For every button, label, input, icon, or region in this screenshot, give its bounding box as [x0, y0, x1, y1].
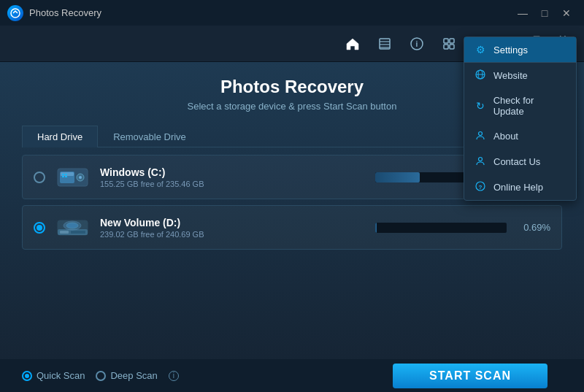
window-controls: — □ ✕: [512, 5, 577, 21]
svg-rect-8: [450, 39, 454, 43]
svg-text:i: i: [416, 40, 418, 48]
drive-progress-d: 0.69%: [375, 222, 550, 233]
about-label: About: [493, 131, 518, 142]
minimize-button[interactable]: —: [512, 5, 533, 21]
svg-point-33: [479, 132, 483, 136]
svg-rect-7: [444, 39, 448, 43]
list-nav-button[interactable]: [372, 31, 398, 57]
deep-scan-label[interactable]: Deep Scan: [96, 370, 157, 381]
dropdown-menu: ⚙ Settings Website ↻ Check for Update Ab…: [464, 36, 577, 201]
info-nav-button[interactable]: i: [404, 31, 430, 57]
drive-radio-d[interactable]: [34, 222, 45, 234]
svg-rect-10: [450, 45, 454, 49]
quick-scan-radio[interactable]: [22, 371, 32, 381]
app-logo: [7, 5, 23, 21]
home-nav-button[interactable]: [339, 31, 366, 57]
deep-scan-text: Deep Scan: [110, 370, 157, 381]
dropdown-website[interactable]: Website: [464, 63, 576, 88]
svg-point-18: [79, 176, 82, 179]
website-icon: [474, 69, 486, 82]
help-label: Online Help: [493, 182, 543, 193]
svg-rect-27: [71, 231, 85, 234]
svg-point-0: [11, 9, 20, 18]
bottom-bar: Quick Scan Deep Scan i START SCAN: [0, 359, 584, 392]
drive-space-d: 239.02 GB free of 240.69 GB: [100, 230, 375, 239]
tab-removable-drive[interactable]: Removable Drive: [98, 126, 201, 147]
drive-icon-d: [56, 215, 89, 240]
progress-bar-bg-d: [375, 223, 507, 233]
website-label: Website: [493, 70, 528, 81]
dropdown-about[interactable]: About: [464, 123, 576, 149]
svg-rect-21: [65, 174, 67, 175]
svg-rect-9: [444, 45, 448, 49]
app-title: Photos Recovery: [29, 7, 101, 18]
dropdown-help[interactable]: ? Online Help: [464, 174, 576, 200]
drive-info-d: New Volume (D:) 239.02 GB free of 240.69…: [100, 217, 375, 239]
svg-rect-22: [62, 176, 64, 177]
drive-space-c: 155.25 GB free of 235.46 GB: [100, 180, 375, 188]
progress-bar-fill-c: [375, 172, 420, 182]
quick-scan-text: Quick Scan: [36, 370, 85, 381]
close-button[interactable]: ✕: [556, 5, 577, 21]
maximize-button[interactable]: □: [534, 5, 555, 21]
svg-text:?: ?: [479, 184, 483, 191]
drive-percent-d: 0.69%: [514, 222, 550, 233]
svg-point-34: [479, 158, 483, 161]
update-icon: ↻: [474, 100, 486, 112]
dropdown-contact[interactable]: Contact Us: [464, 149, 576, 174]
deep-scan-radio[interactable]: [96, 371, 106, 381]
scan-type-group: Quick Scan Deep Scan i: [22, 370, 179, 381]
grid-nav-button[interactable]: [436, 31, 462, 57]
drive-icon-c: [56, 164, 89, 190]
quick-scan-label[interactable]: Quick Scan: [22, 370, 85, 381]
dropdown-update[interactable]: ↻ Check for Update: [464, 88, 576, 123]
drive-item-d[interactable]: New Volume (D:) 239.02 GB free of 240.69…: [22, 205, 562, 250]
tab-hard-drive[interactable]: Hard Drive: [22, 126, 98, 147]
dropdown-settings[interactable]: ⚙ Settings: [464, 37, 576, 62]
drive-name-c: Windows (C:): [100, 166, 375, 178]
title-bar: Photos Recovery — □ ✕: [0, 0, 584, 26]
contact-icon: [474, 155, 486, 168]
help-icon: ?: [474, 181, 486, 193]
drive-name-d: New Volume (D:): [100, 217, 375, 228]
contact-label: Contact Us: [493, 156, 540, 167]
scan-info-icon[interactable]: i: [169, 371, 179, 381]
drive-radio-c[interactable]: [34, 172, 45, 183]
progress-bar-fill-d: [375, 223, 377, 233]
svg-rect-26: [60, 231, 69, 234]
drive-info-c: Windows (C:) 155.25 GB free of 235.46 GB: [100, 166, 375, 188]
update-label: Check for Update: [493, 95, 566, 117]
svg-point-29: [66, 223, 78, 228]
svg-rect-20: [62, 174, 64, 175]
settings-label: Settings: [493, 45, 528, 55]
about-icon: [474, 130, 486, 142]
start-scan-button[interactable]: START SCAN: [393, 364, 548, 388]
settings-icon: ⚙: [474, 44, 486, 55]
svg-rect-23: [65, 176, 67, 177]
